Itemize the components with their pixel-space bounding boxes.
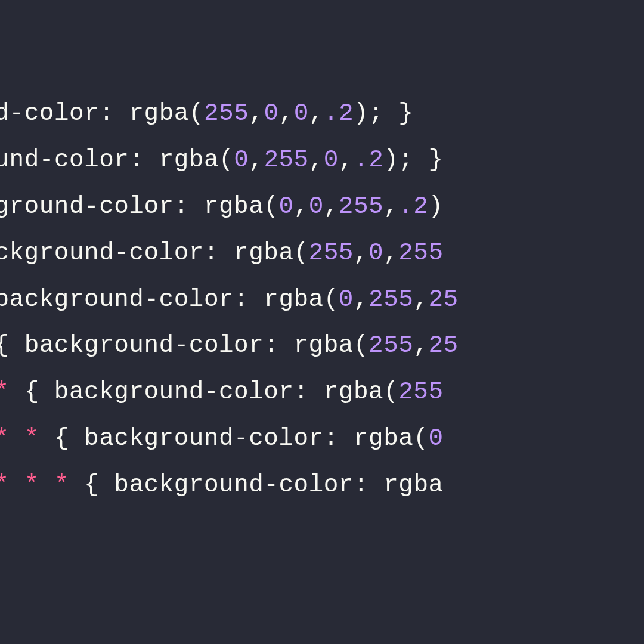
code-token-number: 0 — [369, 239, 383, 267]
code-token-default: , — [294, 193, 309, 220]
code-token-number: 255 — [369, 332, 413, 359]
code-token-number: .2 — [398, 193, 428, 220]
code-line[interactable]: * { background-color: rgba(0,255,25 — [0, 277, 644, 323]
code-token-number: 255 — [309, 239, 354, 267]
code-token-default: { background-color: rgba( — [39, 425, 429, 452]
code-token-number: .2 — [324, 100, 354, 127]
code-token-number: 255 — [398, 239, 443, 267]
code-token-default — [39, 471, 54, 499]
code-token-default — [10, 425, 24, 452]
code-token-op: * — [24, 425, 39, 452]
code-token-number: 0 — [339, 286, 354, 313]
code-token-op: * — [0, 471, 10, 499]
code-token-default: { background-color: rgba — [69, 471, 444, 499]
code-token-number: 25 — [428, 332, 458, 359]
code-token-default: , — [354, 286, 369, 313]
code-token-default: { background-color: rgba( — [0, 332, 369, 359]
code-line[interactable]: ground-color: rgba(255,0,0,.2); } — [0, 91, 644, 137]
code-token-default: , — [413, 286, 428, 313]
code-token-default: , — [354, 239, 369, 267]
code-token-default: ckground-color: rgba( — [0, 146, 234, 174]
code-token-op: * — [0, 425, 10, 452]
code-token-default: , — [324, 193, 339, 220]
code-token-number: 0 — [294, 100, 309, 127]
code-token-default: ground-color: rgba( — [0, 100, 204, 127]
code-line[interactable]: * * * { background-color: rgba(255 — [0, 369, 644, 416]
code-token-default: , — [249, 100, 264, 127]
code-token-default: , — [339, 146, 354, 174]
code-token-default: , — [309, 146, 324, 174]
code-token-default: ); } — [383, 146, 443, 174]
code-token-default: , — [383, 193, 398, 220]
code-token-default: , — [279, 100, 294, 127]
code-token-number: 255 — [204, 100, 249, 127]
code-token-default: background-color: rgba( — [0, 193, 278, 220]
code-line[interactable]: * * * * { background-color: rgba(0 — [0, 416, 644, 462]
code-token-number: 0 — [234, 146, 249, 174]
code-token-default: ); } — [354, 100, 413, 127]
code-token-default: , — [249, 146, 264, 174]
code-token-number: 25 — [428, 286, 458, 313]
code-token-number: 0 — [428, 425, 443, 452]
code-line[interactable]: ckground-color: rgba(0,255,0,.2); } — [0, 137, 644, 184]
code-line[interactable]: * * * * * { background-color: rgba — [0, 462, 644, 509]
code-token-number: 0 — [309, 193, 324, 220]
code-token-default: { background-color: rgba( — [10, 378, 399, 405]
code-token-default — [10, 471, 24, 499]
code-token-op: * — [24, 471, 39, 499]
code-token-default: , — [383, 239, 398, 267]
code-token-number: 255 — [264, 146, 308, 174]
code-token-number: 0 — [324, 146, 339, 174]
code-token-default: ) — [428, 193, 443, 220]
code-token-default: , — [309, 100, 324, 127]
code-token-number: 255 — [398, 378, 443, 405]
code-token-number: 0 — [264, 100, 278, 127]
code-token-default: { background-color: rgba( — [0, 286, 339, 313]
code-token-op: * — [54, 471, 69, 499]
code-token-number: 255 — [369, 286, 413, 313]
code-token-number: .2 — [354, 146, 383, 174]
code-line[interactable]: background-color: rgba(0,0,255,.2) — [0, 184, 644, 230]
code-token-default: , — [413, 332, 428, 359]
code-line[interactable]: * * { background-color: rgba(255,25 — [0, 323, 644, 369]
code-editor[interactable]: ground-color: rgba(255,0,0,.2); }ckgroun… — [0, 0, 644, 509]
code-token-number: 0 — [278, 193, 293, 220]
code-token-default: { background-color: rgba( — [0, 239, 309, 267]
code-token-op: * — [0, 378, 10, 405]
code-token-number: 255 — [339, 193, 383, 220]
code-line[interactable]: { background-color: rgba(255,0,255 — [0, 230, 644, 277]
